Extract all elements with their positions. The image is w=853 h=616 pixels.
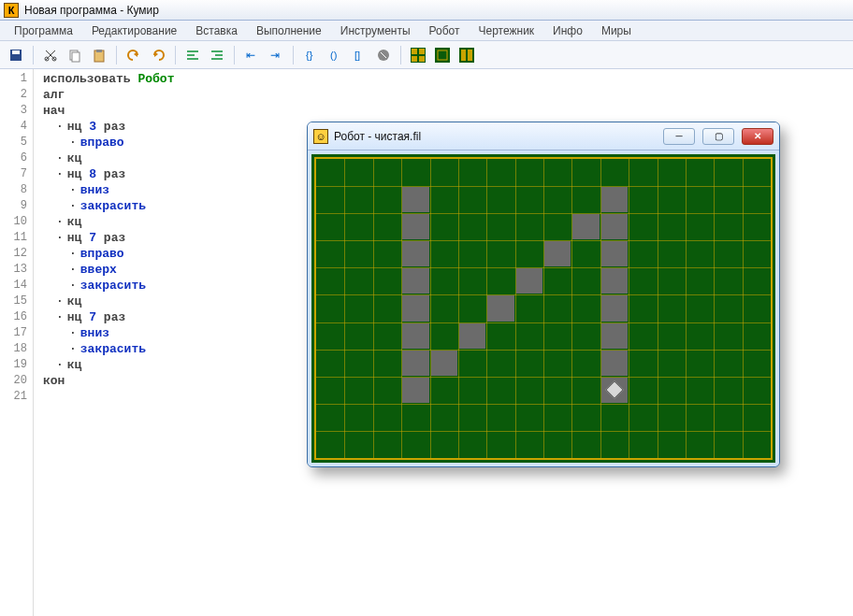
menu-вставка[interactable]: Вставка: [187, 22, 246, 39]
robot-titlebar[interactable]: ☺ Робот - чистая.fil ─ ▢ ✕: [308, 122, 779, 150]
filled-cell: [601, 268, 628, 294]
svg-rect-9: [96, 50, 102, 52]
svg-rect-12: [187, 50, 198, 52]
robot-title: Робот - чистая.fil: [334, 130, 421, 143]
robot-body: [308, 150, 779, 466]
svg-rect-13: [187, 54, 195, 56]
svg-rect-1: [12, 50, 20, 54]
filled-cell: [402, 323, 428, 349]
robot-window[interactable]: ☺ Робот - чистая.fil ─ ▢ ✕: [307, 122, 780, 467]
svg-text:[]: []: [354, 50, 360, 61]
svg-rect-35: [468, 50, 472, 61]
indent-right-button[interactable]: [207, 45, 227, 65]
maximize-button[interactable]: ▢: [702, 128, 734, 145]
menu-редактирование[interactable]: Редактирование: [83, 22, 185, 39]
filled-cell: [601, 187, 628, 212]
menu-выполнение[interactable]: Выполнение: [248, 22, 330, 39]
brace2-button[interactable]: (): [325, 45, 345, 65]
filled-cell: [402, 268, 428, 294]
filled-cell: [402, 351, 428, 376]
svg-rect-16: [215, 54, 223, 56]
svg-rect-7: [72, 52, 80, 62]
robot-icon: ☺: [313, 129, 328, 144]
menu-миры[interactable]: Миры: [593, 22, 640, 39]
svg-rect-14: [187, 58, 198, 60]
filled-cell: [402, 295, 428, 321]
filled-cell: [402, 214, 428, 239]
filled-cell: [601, 323, 628, 349]
svg-text:⇤: ⇤: [246, 49, 255, 62]
undo-button[interactable]: [123, 45, 144, 65]
code-line[interactable]: нач: [43, 103, 853, 119]
toolbar: ⇤⇥{}()[]: [0, 41, 853, 69]
stop-button[interactable]: [373, 45, 394, 65]
insert-right-button[interactable]: ⇥: [266, 45, 286, 65]
grid-c-button[interactable]: [456, 45, 477, 65]
app-icon: К: [4, 3, 19, 18]
menu-чертежник[interactable]: Чертежник: [470, 22, 543, 39]
menu-робот[interactable]: Робот: [421, 22, 469, 39]
menubar: ПрограммаРедактированиеВставкаВыполнение…: [0, 21, 853, 41]
filled-cell: [459, 323, 485, 349]
brace1-button[interactable]: {}: [300, 45, 321, 65]
copy-button[interactable]: [65, 45, 85, 65]
filled-cell: [402, 378, 428, 403]
filled-cell: [601, 241, 628, 266]
filled-cell: [601, 214, 628, 239]
svg-rect-30: [419, 56, 425, 62]
save-button[interactable]: [6, 45, 26, 65]
menu-инфо[interactable]: Инфо: [544, 22, 591, 39]
insert-left-button[interactable]: ⇤: [241, 45, 262, 65]
filled-cell: [601, 351, 628, 376]
redo-button[interactable]: [148, 45, 168, 65]
svg-text:⇥: ⇥: [270, 49, 280, 62]
filled-cell: [402, 187, 428, 212]
indent-left-button[interactable]: [182, 45, 203, 65]
svg-rect-34: [461, 50, 466, 61]
svg-rect-29: [412, 56, 417, 62]
main-titlebar: К Новая программа - Кумир: [0, 0, 853, 21]
filled-cell: [601, 295, 628, 321]
svg-text:{}: {}: [306, 50, 313, 61]
filled-cell: [516, 268, 542, 294]
filled-cell: [431, 351, 457, 376]
svg-rect-28: [419, 49, 425, 54]
svg-rect-15: [211, 50, 223, 52]
svg-rect-31: [435, 48, 450, 63]
svg-rect-17: [211, 58, 223, 60]
filled-cell: [487, 295, 513, 321]
filled-cell: [572, 214, 599, 239]
grid-b-button[interactable]: [432, 45, 453, 65]
cut-button[interactable]: [40, 45, 61, 65]
grid-a-button[interactable]: [408, 45, 428, 65]
filled-cell: [544, 241, 571, 266]
minimize-button[interactable]: ─: [663, 128, 695, 145]
line-gutter: 123456789101112131415161718192021: [0, 69, 34, 616]
code-line[interactable]: алг: [43, 87, 853, 103]
robot-field[interactable]: [314, 157, 773, 460]
svg-rect-27: [412, 49, 417, 54]
svg-text:(): (): [330, 50, 337, 61]
app-title: Новая программа - Кумир: [24, 4, 159, 17]
menu-инструменты[interactable]: Инструменты: [332, 22, 419, 39]
brace3-button[interactable]: []: [349, 45, 369, 65]
filled-cell: [402, 241, 428, 266]
code-line[interactable]: использовать Робот: [43, 71, 853, 87]
paste-button[interactable]: [89, 45, 109, 65]
close-button[interactable]: ✕: [742, 128, 773, 145]
menu-программа[interactable]: Программа: [6, 22, 81, 39]
